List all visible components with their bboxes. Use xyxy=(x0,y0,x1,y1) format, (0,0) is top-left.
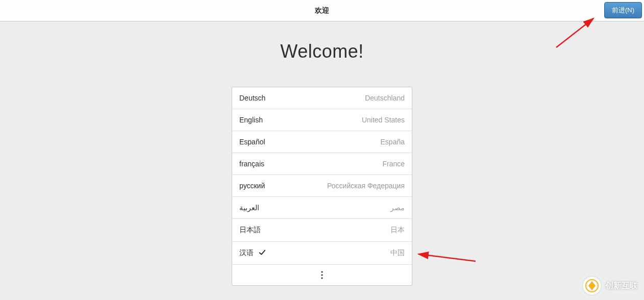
language-list: Deutsch Deutschland English United State… xyxy=(232,87,412,286)
language-name: русский xyxy=(239,182,265,190)
more-languages-button[interactable] xyxy=(232,265,412,285)
language-row-english[interactable]: English United States xyxy=(232,109,412,131)
language-region: 日本 xyxy=(390,226,405,235)
language-name: français xyxy=(239,160,264,168)
language-name: Español xyxy=(239,138,265,146)
language-row-russian[interactable]: русский Российская Федерация xyxy=(232,175,412,197)
watermark-text: 创新互联 xyxy=(605,281,638,291)
language-row-francais[interactable]: français France xyxy=(232,153,412,175)
language-name: Deutsch xyxy=(239,94,265,102)
language-region: 中国 xyxy=(390,248,405,258)
svg-point-0 xyxy=(321,271,323,272)
language-name: 汉语 xyxy=(239,248,254,258)
header-bar: 欢迎 前进(N) xyxy=(0,0,644,21)
more-icon xyxy=(317,271,327,279)
check-icon xyxy=(259,249,266,258)
welcome-heading: Welcome! xyxy=(0,41,644,62)
watermark: 创新互联 xyxy=(583,277,638,295)
header-title: 欢迎 xyxy=(315,6,329,15)
language-row-espanol[interactable]: Español España xyxy=(232,131,412,153)
svg-point-1 xyxy=(321,274,323,276)
language-name: العربية xyxy=(239,204,259,212)
language-row-arabic[interactable]: العربية مصر xyxy=(232,197,412,219)
language-region: España xyxy=(381,138,405,146)
content-area: Welcome! Deutsch Deutschland English Uni… xyxy=(0,21,644,286)
language-region: France xyxy=(382,160,405,168)
language-region: Deutschland xyxy=(365,94,405,102)
language-region: مصر xyxy=(390,204,405,212)
language-region: United States xyxy=(362,116,405,124)
language-row-deutsch[interactable]: Deutsch Deutschland xyxy=(232,87,412,109)
svg-point-2 xyxy=(321,277,323,279)
language-row-japanese[interactable]: 日本語 日本 xyxy=(232,219,412,242)
language-name: English xyxy=(239,116,263,124)
next-button[interactable]: 前进(N) xyxy=(604,2,642,18)
language-name: 日本語 xyxy=(239,226,261,235)
language-row-chinese[interactable]: 汉语 中国 xyxy=(232,242,412,265)
language-region: Российская Федерация xyxy=(327,182,405,190)
watermark-logo-icon xyxy=(583,277,601,295)
